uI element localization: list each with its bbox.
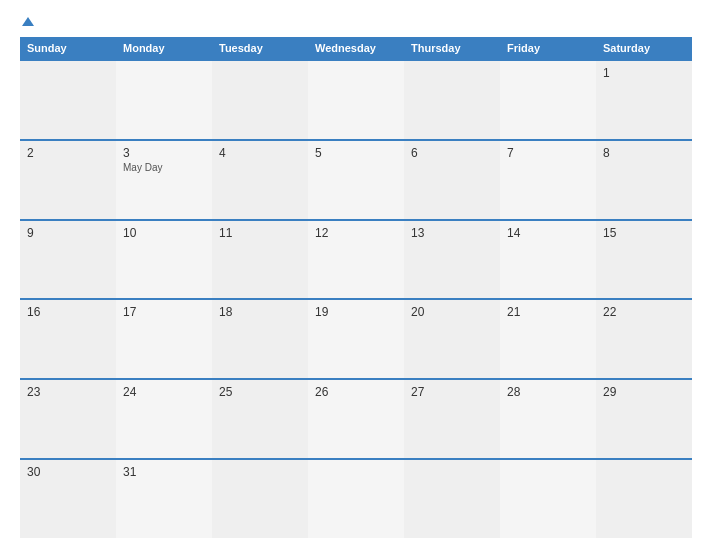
calendar-cell: 13 <box>404 221 500 299</box>
day-number: 23 <box>27 385 109 399</box>
day-header-sunday: Sunday <box>20 37 116 59</box>
calendar-cell: 2 <box>20 141 116 219</box>
day-number: 29 <box>603 385 685 399</box>
calendar-week-1: 1 <box>20 59 692 139</box>
day-number: 14 <box>507 226 589 240</box>
day-header-wednesday: Wednesday <box>308 37 404 59</box>
day-number: 18 <box>219 305 301 319</box>
day-number: 6 <box>411 146 493 160</box>
calendar-cell: 27 <box>404 380 500 458</box>
calendar-header: SundayMondayTuesdayWednesdayThursdayFrid… <box>20 37 692 59</box>
day-number: 9 <box>27 226 109 240</box>
calendar-cell: 23 <box>20 380 116 458</box>
day-number: 1 <box>603 66 685 80</box>
day-number: 17 <box>123 305 205 319</box>
day-header-tuesday: Tuesday <box>212 37 308 59</box>
calendar-cell: 15 <box>596 221 692 299</box>
day-number: 25 <box>219 385 301 399</box>
holiday-label: May Day <box>123 162 205 173</box>
day-number: 10 <box>123 226 205 240</box>
calendar-cell: 24 <box>116 380 212 458</box>
calendar-cell: 20 <box>404 300 500 378</box>
calendar-cell: 16 <box>20 300 116 378</box>
day-number: 21 <box>507 305 589 319</box>
day-number: 30 <box>27 465 109 479</box>
calendar-cell: 5 <box>308 141 404 219</box>
calendar-week-4: 16171819202122 <box>20 298 692 378</box>
day-number: 31 <box>123 465 205 479</box>
calendar-cell: 10 <box>116 221 212 299</box>
calendar-week-5: 23242526272829 <box>20 378 692 458</box>
day-number: 7 <box>507 146 589 160</box>
day-number: 13 <box>411 226 493 240</box>
calendar-cell: 18 <box>212 300 308 378</box>
calendar-cell: 21 <box>500 300 596 378</box>
calendar-cell: 19 <box>308 300 404 378</box>
day-header-saturday: Saturday <box>596 37 692 59</box>
calendar-cell: 8 <box>596 141 692 219</box>
calendar-cell <box>404 61 500 139</box>
calendar-cell <box>596 460 692 538</box>
logo-triangle-icon <box>22 17 34 26</box>
calendar-cell: 28 <box>500 380 596 458</box>
day-number: 27 <box>411 385 493 399</box>
day-number: 11 <box>219 226 301 240</box>
day-number: 4 <box>219 146 301 160</box>
day-number: 22 <box>603 305 685 319</box>
day-header-friday: Friday <box>500 37 596 59</box>
day-header-thursday: Thursday <box>404 37 500 59</box>
calendar-cell <box>308 61 404 139</box>
day-number: 2 <box>27 146 109 160</box>
calendar-cell: 11 <box>212 221 308 299</box>
calendar-cell <box>308 460 404 538</box>
calendar-cell <box>212 61 308 139</box>
calendar-cell: 1 <box>596 61 692 139</box>
calendar-cell: 6 <box>404 141 500 219</box>
day-number: 16 <box>27 305 109 319</box>
calendar-cell: 3May Day <box>116 141 212 219</box>
day-header-monday: Monday <box>116 37 212 59</box>
calendar-cell <box>116 61 212 139</box>
day-number: 19 <box>315 305 397 319</box>
calendar-week-2: 23May Day45678 <box>20 139 692 219</box>
calendar-cell: 12 <box>308 221 404 299</box>
day-number: 28 <box>507 385 589 399</box>
day-number: 20 <box>411 305 493 319</box>
calendar-cell: 17 <box>116 300 212 378</box>
calendar-cell: 25 <box>212 380 308 458</box>
calendar-cell: 30 <box>20 460 116 538</box>
calendar-page: SundayMondayTuesdayWednesdayThursdayFrid… <box>0 0 712 550</box>
calendar-cell: 26 <box>308 380 404 458</box>
calendar-cell <box>20 61 116 139</box>
calendar-cell: 31 <box>116 460 212 538</box>
logo <box>20 18 34 27</box>
calendar: SundayMondayTuesdayWednesdayThursdayFrid… <box>20 37 692 538</box>
day-number: 24 <box>123 385 205 399</box>
calendar-cell: 22 <box>596 300 692 378</box>
day-number: 8 <box>603 146 685 160</box>
calendar-cell <box>212 460 308 538</box>
calendar-cell: 29 <box>596 380 692 458</box>
calendar-cell <box>500 460 596 538</box>
calendar-cell <box>404 460 500 538</box>
calendar-cell <box>500 61 596 139</box>
calendar-cell: 4 <box>212 141 308 219</box>
day-number: 12 <box>315 226 397 240</box>
calendar-cell: 9 <box>20 221 116 299</box>
header <box>20 18 692 27</box>
calendar-cell: 14 <box>500 221 596 299</box>
calendar-week-3: 9101112131415 <box>20 219 692 299</box>
day-number: 26 <box>315 385 397 399</box>
day-number: 5 <box>315 146 397 160</box>
calendar-cell: 7 <box>500 141 596 219</box>
calendar-body: 123May Day456789101112131415161718192021… <box>20 59 692 538</box>
day-number: 3 <box>123 146 205 160</box>
calendar-week-6: 3031 <box>20 458 692 538</box>
day-number: 15 <box>603 226 685 240</box>
